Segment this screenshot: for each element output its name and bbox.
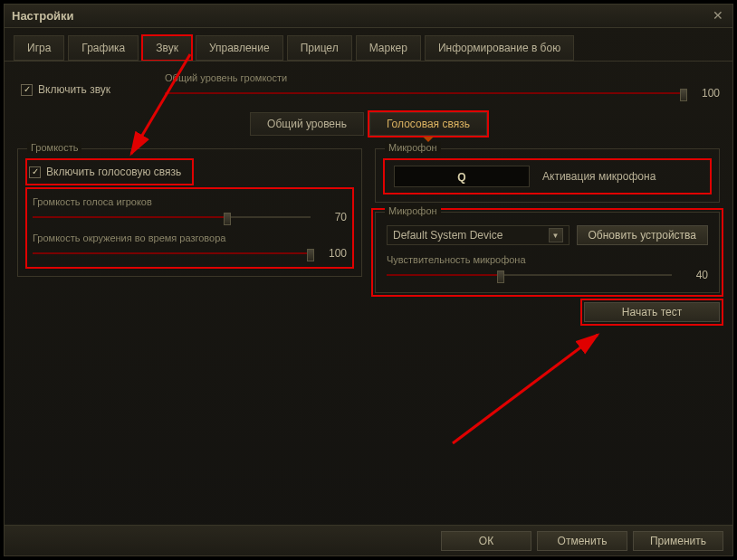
titlebar: Настройки ✕ [5, 5, 732, 28]
subtab-voice[interactable]: Голосовая связь [369, 112, 487, 136]
enable-sound-row: Включить звук [17, 72, 110, 100]
window-title: Настройки [12, 9, 711, 23]
tab-game[interactable]: Игра [14, 35, 64, 61]
mic-fieldset: Микрофон Q Активация микрофона [375, 148, 720, 203]
ambient-talk-label: Громкость окружения во время разговора [33, 233, 347, 243]
enable-sound-label: Включить звук [38, 83, 110, 96]
mic-sensitivity-slider[interactable] [387, 269, 672, 281]
players-voice-label: Громкость голоса игроков [33, 196, 347, 207]
dropdown-arrow-icon: ▼ [549, 228, 563, 242]
cancel-button[interactable]: Отменить [537, 531, 627, 551]
master-volume-slider[interactable] [165, 87, 684, 100]
tab-controls[interactable]: Управление [196, 35, 283, 61]
mic-device-legend: Микрофон [385, 205, 441, 216]
enable-voice-row: Включить голосовую связь [29, 162, 190, 182]
ambient-talk-slider[interactable] [33, 247, 311, 260]
enable-sound-checkbox[interactable] [21, 84, 33, 96]
mic-activation-row: Q Активация микрофона [387, 162, 708, 191]
mic-activate-label: Активация микрофона [542, 170, 656, 183]
master-volume-label: Общий уровень громкости [165, 72, 720, 83]
players-voice-slider[interactable] [33, 211, 311, 223]
footer: ОК Отменить Применить [5, 525, 732, 555]
refresh-devices-button[interactable]: Обновить устройства [577, 225, 709, 245]
tab-graphics[interactable]: Графика [68, 35, 139, 61]
mic-device-selected: Default System Device [393, 229, 502, 242]
tab-reticle[interactable]: Прицел [287, 35, 352, 61]
players-voice-value: 70 [320, 211, 347, 223]
mic-key-input[interactable]: Q [394, 166, 530, 187]
mic-legend: Микрофон [385, 142, 441, 153]
mic-device-fieldset: Микрофон Default System Device ▼ Обновит… [375, 212, 720, 293]
content-area: Включить звук Общий уровень громкости 10… [5, 61, 732, 523]
mic-sensitivity-label: Чувствительность микрофона [387, 254, 708, 265]
settings-window: Настройки ✕ Игра Графика Звук Управление… [4, 4, 733, 556]
tab-feedback[interactable]: Информирование в бою [425, 35, 574, 61]
subtab-general[interactable]: Общий уровень [250, 112, 364, 136]
main-tabs: Игра Графика Звук Управление Прицел Марк… [5, 28, 732, 61]
tab-sound[interactable]: Звук [142, 35, 192, 61]
enable-voice-label: Включить голосовую связь [46, 166, 181, 178]
mic-device-select[interactable]: Default System Device ▼ [387, 225, 570, 245]
sub-tabs: Общий уровень Голосовая связь [17, 112, 720, 136]
close-icon[interactable]: ✕ [711, 9, 725, 24]
apply-button[interactable]: Применить [633, 531, 723, 551]
volume-fieldset: Громкость Включить голосовую связь Громк… [17, 148, 362, 277]
volume-legend: Громкость [27, 142, 81, 153]
mic-sensitivity-value: 40 [681, 269, 708, 281]
tab-marker[interactable]: Маркер [356, 35, 421, 61]
start-test-button[interactable]: Начать тест [584, 302, 720, 322]
ambient-talk-value: 100 [320, 247, 347, 260]
enable-voice-checkbox[interactable] [29, 166, 41, 178]
ok-button[interactable]: ОК [441, 531, 531, 551]
master-volume-value: 100 [693, 87, 720, 100]
